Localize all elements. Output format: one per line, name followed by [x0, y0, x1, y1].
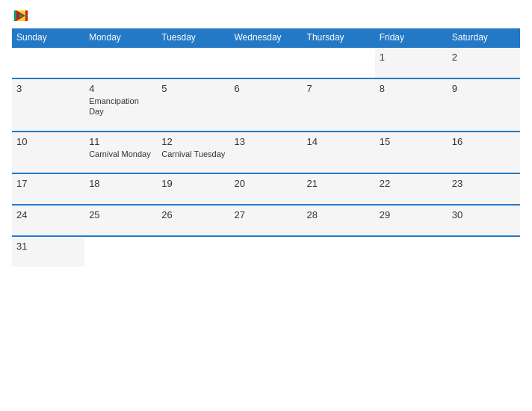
calendar-page: SundayMondayTuesdayWednesdayThursdayFrid…: [0, 0, 532, 411]
day-number: 7: [307, 83, 371, 94]
day-number: 27: [234, 209, 297, 220]
calendar-day-cell: [229, 47, 302, 78]
calendar-day-cell: [84, 47, 157, 78]
calendar-day-cell: 5: [157, 78, 229, 132]
calendar-day-cell: [229, 236, 302, 267]
day-number: 3: [16, 83, 80, 94]
calendar-day-cell: 22: [375, 173, 448, 205]
holiday-label: Emancipation Day: [89, 96, 152, 117]
day-number: 20: [234, 178, 297, 189]
day-of-week-header: Saturday: [448, 28, 520, 47]
calendar-day-cell: 27: [229, 205, 302, 236]
calendar-day-cell: [303, 236, 375, 267]
calendar-day-cell: 19: [157, 173, 229, 205]
calendar-day-cell: 29: [375, 205, 448, 236]
day-number: 1: [380, 52, 443, 63]
day-number: 9: [452, 83, 516, 94]
day-number: 28: [307, 209, 371, 220]
calendar-day-cell: 8: [375, 78, 448, 132]
calendar-day-cell: [157, 236, 229, 267]
calendar-day-cell: [12, 47, 84, 78]
day-number: 8: [380, 83, 443, 94]
day-number: 11: [89, 136, 152, 147]
calendar-day-cell: [448, 236, 520, 267]
calendar-day-cell: 7: [303, 78, 375, 132]
calendar-day-cell: 12Carnival Tuesday: [157, 132, 229, 173]
calendar-day-cell: 6: [229, 78, 302, 132]
day-number: 22: [380, 178, 443, 189]
logo: [12, 10, 28, 21]
calendar-day-cell: 21: [303, 173, 375, 205]
holiday-label: Carnival Monday: [89, 149, 152, 159]
day-number: 31: [16, 241, 80, 252]
calendar-week-row: 24252627282930: [12, 205, 520, 236]
day-of-week-header: Wednesday: [229, 28, 302, 47]
day-number: 19: [161, 178, 225, 189]
calendar-day-cell: [375, 236, 448, 267]
calendar-day-cell: 17: [12, 173, 84, 205]
holiday-label: Carnival Tuesday: [161, 149, 225, 159]
day-number: 25: [89, 209, 152, 220]
logo-flag-icon: [14, 10, 28, 21]
day-number: 10: [16, 136, 80, 147]
calendar-week-row: 12: [12, 47, 520, 78]
calendar-day-cell: [84, 236, 157, 267]
calendar-day-cell: 30: [448, 205, 520, 236]
calendar-day-cell: [157, 47, 229, 78]
calendar-day-cell: 14: [303, 132, 375, 173]
calendar-day-cell: 4Emancipation Day: [84, 78, 157, 132]
day-number: 18: [89, 178, 152, 189]
calendar-day-cell: [303, 47, 375, 78]
day-of-week-header: Tuesday: [157, 28, 229, 47]
day-number: 29: [380, 209, 443, 220]
calendar-week-row: 17181920212223: [12, 173, 520, 205]
calendar-day-cell: 2: [448, 47, 520, 78]
day-number: 23: [452, 178, 516, 189]
calendar-day-cell: 11Carnival Monday: [84, 132, 157, 173]
calendar-day-cell: 1: [375, 47, 448, 78]
day-number: 17: [16, 178, 80, 189]
calendar-day-cell: 20: [229, 173, 302, 205]
calendar-day-cell: 13: [229, 132, 302, 173]
day-number: 14: [307, 136, 371, 147]
header: [12, 10, 520, 21]
calendar-day-cell: 28: [303, 205, 375, 236]
svg-point-4: [19, 14, 23, 18]
day-number: 30: [452, 209, 516, 220]
calendar-table: SundayMondayTuesdayWednesdayThursdayFrid…: [12, 28, 520, 267]
calendar-day-cell: 9: [448, 78, 520, 132]
day-number: 15: [380, 136, 443, 147]
day-number: 16: [452, 136, 516, 147]
calendar-day-cell: 26: [157, 205, 229, 236]
calendar-header-row: SundayMondayTuesdayWednesdayThursdayFrid…: [12, 28, 520, 47]
day-number: 4: [89, 83, 152, 94]
calendar-week-row: 1011Carnival Monday12Carnival Tuesday131…: [12, 132, 520, 173]
calendar-day-cell: 10: [12, 132, 84, 173]
day-of-week-header: Monday: [84, 28, 157, 47]
logo-blue-text: [12, 10, 28, 21]
calendar-day-cell: 25: [84, 205, 157, 236]
calendar-day-cell: 31: [12, 236, 84, 267]
day-number: 24: [16, 209, 80, 220]
calendar-day-cell: 3: [12, 78, 84, 132]
day-number: 21: [307, 178, 371, 189]
day-number: 5: [161, 83, 225, 94]
calendar-week-row: 34Emancipation Day56789: [12, 78, 520, 132]
calendar-day-cell: 16: [448, 132, 520, 173]
day-number: 2: [452, 52, 516, 63]
day-number: 12: [161, 136, 225, 147]
day-of-week-header: Sunday: [12, 28, 84, 47]
calendar-day-cell: 23: [448, 173, 520, 205]
day-of-week-header: Thursday: [303, 28, 375, 47]
day-of-week-header: Friday: [375, 28, 448, 47]
calendar-day-cell: 24: [12, 205, 84, 236]
calendar-week-row: 31: [12, 236, 520, 267]
calendar-day-cell: 18: [84, 173, 157, 205]
calendar-day-cell: 15: [375, 132, 448, 173]
day-number: 13: [234, 136, 297, 147]
day-number: 26: [161, 209, 225, 220]
day-number: 6: [234, 83, 297, 94]
